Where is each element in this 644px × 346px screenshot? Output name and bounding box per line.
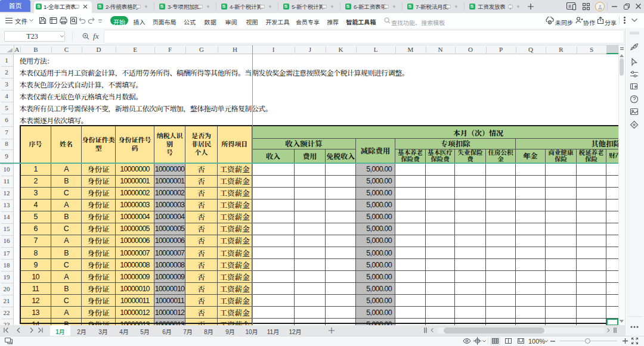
svg-text:JS: JS [9, 341, 13, 345]
svg-text:8: 8 [568, 4, 571, 9]
